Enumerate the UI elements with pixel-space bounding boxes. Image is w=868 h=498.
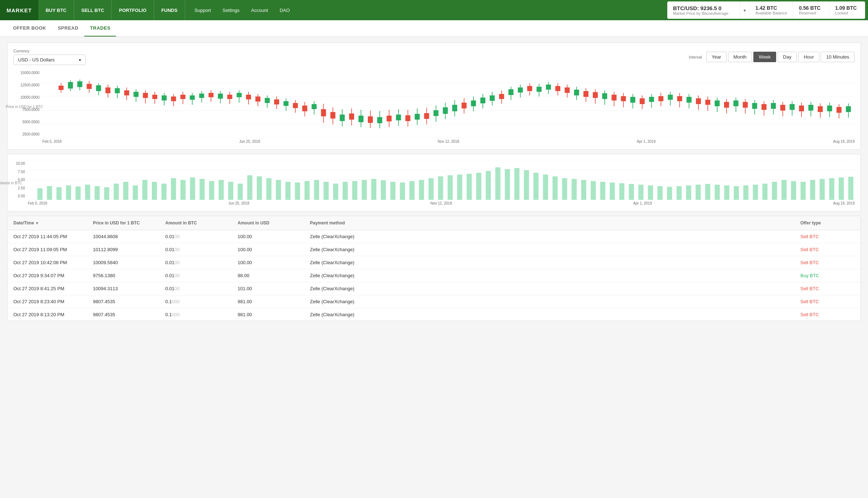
svg-rect-151	[733, 100, 739, 106]
cell-amount-usd: 101.00	[238, 286, 310, 291]
nav-settings[interactable]: Settings	[217, 8, 245, 13]
svg-rect-109	[537, 87, 542, 92]
svg-rect-71	[358, 116, 363, 122]
interval-month-btn[interactable]: Month	[728, 52, 752, 62]
svg-rect-173	[837, 107, 842, 113]
vol-x-tick-4: Apr 1, 2019	[633, 201, 652, 205]
cell-datetime: Oct 27 2019 10:42:08 PM	[13, 260, 93, 265]
cell-datetime: Oct 27 2019 11:44:05 PM	[13, 234, 93, 239]
interval-day-btn[interactable]: Day	[778, 52, 797, 62]
svg-rect-73	[368, 116, 373, 123]
svg-rect-65	[330, 112, 335, 119]
price-dropdown-btn[interactable]	[740, 1, 749, 19]
table-header: Date/Time Price in USD for 1 BTC Amount …	[8, 216, 860, 230]
svg-rect-149	[724, 102, 729, 108]
svg-rect-207	[285, 182, 290, 200]
tab-offer-book[interactable]: OFFER BOOK	[7, 20, 52, 37]
cell-offer-type: Sell BTC	[800, 312, 855, 317]
svg-rect-37	[199, 94, 204, 98]
y-tick-2: 5000.0000	[13, 120, 39, 124]
candles-group	[59, 80, 851, 128]
table-row[interactable]: Oct 27 2019 11:44:05 PM 10044.8608 0.010…	[8, 230, 860, 243]
svg-rect-145	[705, 100, 710, 105]
y-tick-1: 2500.0000	[13, 132, 39, 136]
interval-10min-btn[interactable]: 10 Minutes	[821, 52, 855, 62]
nav-sell-btc[interactable]: SELL BTC	[74, 0, 112, 20]
svg-rect-222	[429, 178, 434, 200]
nav-funds[interactable]: FUNDS	[154, 0, 185, 20]
vol-y-tick-4: 7.50	[13, 170, 25, 174]
table-row[interactable]: Oct 27 2019 11:09:05 PM 10112.8099 0.010…	[8, 243, 860, 256]
header: MARKET BUY BTC SELL BTC PORTFOLIO FUNDS …	[0, 0, 868, 20]
svg-rect-13	[87, 84, 92, 89]
svg-rect-123	[602, 93, 607, 99]
svg-rect-117	[574, 90, 579, 95]
svg-rect-234	[543, 175, 548, 200]
cell-payment: Zelle (ClearXchange)	[310, 234, 800, 239]
cell-datetime: Oct 27 2019 8:23:40 PM	[13, 299, 93, 304]
svg-rect-107	[527, 86, 532, 91]
trades-table: Date/Time Price in USD for 1 BTC Amount …	[7, 216, 861, 321]
svg-rect-77	[387, 116, 392, 121]
tab-trades[interactable]: TRADES	[84, 20, 116, 37]
svg-rect-214	[352, 181, 357, 200]
locked-balance: 1.09 BTC Locked	[829, 1, 865, 19]
svg-rect-255	[743, 185, 748, 200]
currency-select[interactable]: USD - US Dollars	[13, 55, 86, 65]
svg-rect-131	[640, 98, 645, 104]
nav-dao[interactable]: DAO	[274, 8, 295, 13]
interval-hour-btn[interactable]: Hour	[798, 52, 819, 62]
svg-rect-191	[133, 185, 138, 200]
table-row[interactable]: Oct 27 2019 10:42:08 PM 10009.5840 0.010…	[8, 256, 860, 269]
svg-rect-95	[471, 100, 476, 106]
nav-portfolio[interactable]: PORTFOLIO	[112, 0, 154, 20]
svg-rect-185	[76, 186, 81, 200]
svg-rect-29	[162, 95, 167, 100]
svg-rect-242	[619, 183, 624, 200]
price-chart-x-axis: Feb 5, 2018 Jun 25, 2018 Nov 12, 2018 Ap…	[42, 138, 855, 143]
svg-rect-244	[638, 185, 643, 200]
col-header-datetime[interactable]: Date/Time	[13, 220, 93, 226]
chevron-down-icon	[744, 8, 746, 13]
tab-spread[interactable]: SPREAD	[52, 20, 84, 37]
interval-week-btn[interactable]: Week	[753, 52, 776, 62]
svg-rect-85	[424, 113, 429, 119]
table-row[interactable]: Oct 27 2019 8:41:25 PM 10094.3113 0.0100…	[8, 282, 860, 295]
table-row[interactable]: Oct 27 2019 9:34:07 PM 9756.1380 0.0100 …	[8, 269, 860, 282]
svg-rect-27	[152, 95, 157, 99]
svg-rect-204	[257, 176, 262, 200]
table-row[interactable]: Oct 27 2019 8:23:40 PM 9807.4535 0.1000 …	[8, 295, 860, 308]
vol-y-tick-5: 10.00	[13, 162, 25, 166]
y-tick-5: 12500.0000	[13, 83, 39, 87]
cell-price: 10009.5840	[93, 260, 165, 265]
svg-rect-15	[96, 85, 101, 91]
interval-year-btn[interactable]: Year	[706, 52, 727, 62]
nav-account[interactable]: Account	[245, 8, 274, 13]
cell-payment: Zelle (ClearXchange)	[310, 247, 800, 252]
svg-rect-243	[629, 184, 634, 200]
y-tick-6: 15000.0000	[13, 71, 39, 75]
cell-offer-type: Buy BTC	[800, 273, 855, 278]
nav-support[interactable]: Support	[189, 8, 217, 13]
vol-x-tick-5: Aug 19, 2019	[833, 201, 855, 205]
table-row[interactable]: Oct 27 2019 8:13:20 PM 9807.4535 0.1000 …	[8, 308, 860, 321]
cell-payment: Zelle (ClearXchange)	[310, 273, 800, 278]
cell-amount-usd: 981.00	[238, 312, 310, 317]
price-main: BTC/USD: 9236.5 0 Market Price by Bitcoi…	[667, 1, 740, 19]
svg-rect-49	[255, 96, 260, 102]
svg-rect-169	[818, 106, 823, 112]
interval-label: Interval	[689, 55, 702, 59]
svg-rect-235	[553, 176, 558, 200]
x-tick-3: Nov 12, 2018	[438, 139, 459, 143]
cell-price: 9807.4535	[93, 312, 165, 317]
cell-amount-usd: 100.00	[238, 234, 310, 239]
price-chart-section: Currency USD - US Dollars Interval Year …	[7, 43, 861, 150]
volume-chart	[28, 160, 855, 200]
svg-rect-91	[452, 105, 457, 111]
svg-rect-47	[246, 95, 251, 99]
svg-rect-188	[104, 187, 109, 200]
svg-rect-225	[457, 175, 462, 200]
vol-x-tick-1: Feb 5, 2018	[28, 201, 47, 205]
nav-buy-btc[interactable]: BUY BTC	[38, 0, 74, 20]
svg-rect-193	[152, 182, 157, 200]
